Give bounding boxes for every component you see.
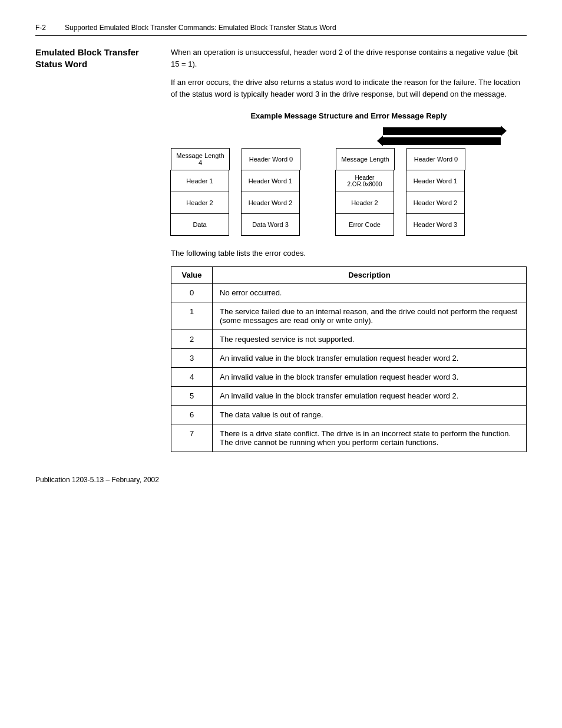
table-row: 1The service failed due to an internal r…: [171, 302, 527, 330]
cell-hw0-right: Header Word 0: [406, 148, 465, 170]
cell-hw2-right: Header Word 2: [406, 192, 465, 214]
table-cell-desc: The service failed due to an internal re…: [213, 302, 527, 330]
section-title: Emulated Block Transfer Status Word: [35, 47, 153, 70]
table-cell-value: 4: [171, 367, 213, 386]
header-bar: F-2 Supported Emulated Block Transfer Co…: [35, 24, 527, 36]
cell-header2-or: Header 2.OR.0x8000: [335, 170, 394, 192]
right-column: When an operation is unsuccessful, heade…: [171, 47, 527, 452]
cell-error-code: Error Code: [335, 213, 394, 236]
cell-header1: Header 1: [170, 170, 229, 192]
diagram-boxes: Message Length4 Header 1 Header 2 Data H…: [171, 149, 527, 236]
table-row: 0No error occurred.: [171, 283, 527, 302]
left-column: Emulated Block Transfer Status Word: [35, 47, 153, 452]
cell-hw1-right: Header Word 1: [406, 170, 465, 192]
left-arrow-icon: [383, 137, 501, 145]
spacer: [312, 149, 324, 236]
table-row: 3An invalid value in the block transfer …: [171, 348, 527, 367]
paragraph-1: When an operation is unsuccessful, heade…: [171, 47, 527, 70]
intro-text: The following table lists the error code…: [171, 248, 527, 259]
right-group-col2: Header Word 0 Header Word 1 Header Word …: [406, 149, 465, 236]
page: F-2 Supported Emulated Block Transfer Co…: [0, 0, 562, 508]
diagram-section: Example Message Structure and Error Mess…: [171, 111, 527, 236]
table-cell-desc: No error occurred.: [213, 283, 527, 302]
page-number: F-2: [35, 24, 53, 32]
table-body: 0No error occurred.1The service failed d…: [171, 283, 527, 452]
col-header-value: Value: [171, 266, 213, 283]
cell-header2-right: Header 2: [335, 192, 394, 214]
cell-hw3-right: Header Word 3: [406, 213, 465, 236]
diagram-title: Example Message Structure and Error Mess…: [171, 111, 527, 120]
table-cell-value: 5: [171, 386, 213, 405]
table-section: The following table lists the error code…: [171, 248, 527, 452]
content-layout: Emulated Block Transfer Status Word When…: [35, 47, 527, 452]
cell-hw1-left: Header Word 1: [241, 170, 300, 192]
table-cell-value: 0: [171, 283, 213, 302]
table-header-row: Value Description: [171, 266, 527, 283]
table-cell-desc: The requested service is not supported.: [213, 330, 527, 348]
table-cell-desc: The data value is out of range.: [213, 405, 527, 424]
left-group-col1: Message Length4 Header 1 Header 2 Data: [171, 149, 230, 236]
table-row: 2The requested service is not supported.: [171, 330, 527, 348]
table-cell-desc: An invalid value in the block transfer e…: [213, 386, 527, 405]
table-cell-value: 1: [171, 302, 213, 330]
left-group-col2: Header Word 0 Header Word 1 Header Word …: [242, 149, 300, 236]
cell-header2-left: Header 2: [170, 192, 229, 214]
arrow-left-row: [171, 137, 501, 145]
header-title: Supported Emulated Block Transfer Comman…: [65, 24, 336, 32]
footer: Publication 1203-5.13 – February, 2002: [35, 476, 527, 484]
right-arrow-icon: [383, 127, 501, 135]
table-cell-value: 7: [171, 424, 213, 452]
table-row: 6The data value is out of range.: [171, 405, 527, 424]
cell-data: Data: [170, 213, 229, 236]
table-cell-desc: An invalid value in the block transfer e…: [213, 367, 527, 386]
cell-hw2-left: Header Word 2: [241, 192, 300, 214]
cell-dw3: Data Word 3: [241, 213, 300, 236]
right-group-col1: Message Length Header 2.OR.0x8000 Header…: [336, 149, 395, 236]
col-header-desc: Description: [213, 266, 527, 283]
table-cell-desc: An invalid value in the block transfer e…: [213, 348, 527, 367]
table-cell-value: 6: [171, 405, 213, 424]
footer-text: Publication 1203-5.13 – February, 2002: [35, 476, 159, 484]
table-cell-value: 3: [171, 348, 213, 367]
paragraph-2: If an error occurs, the drive also retur…: [171, 77, 527, 100]
table-row: 4An invalid value in the block transfer …: [171, 367, 527, 386]
table-row: 7There is a drive state conflict. The dr…: [171, 424, 527, 452]
cell-hw0-left: Header Word 0: [242, 148, 300, 170]
error-table: Value Description 0No error occurred.1Th…: [171, 266, 527, 452]
arrows-row: [171, 127, 501, 135]
table-row: 5An invalid value in the block transfer …: [171, 386, 527, 405]
arrow-right-container: [371, 127, 501, 135]
cell-msg-len-left: Message Length4: [171, 148, 230, 170]
table-cell-value: 2: [171, 330, 213, 348]
table-cell-desc: There is a drive state conflict. The dri…: [213, 424, 527, 452]
arrow-right-spacer: [171, 127, 300, 135]
cell-msg-len-right: Message Length: [336, 148, 395, 170]
